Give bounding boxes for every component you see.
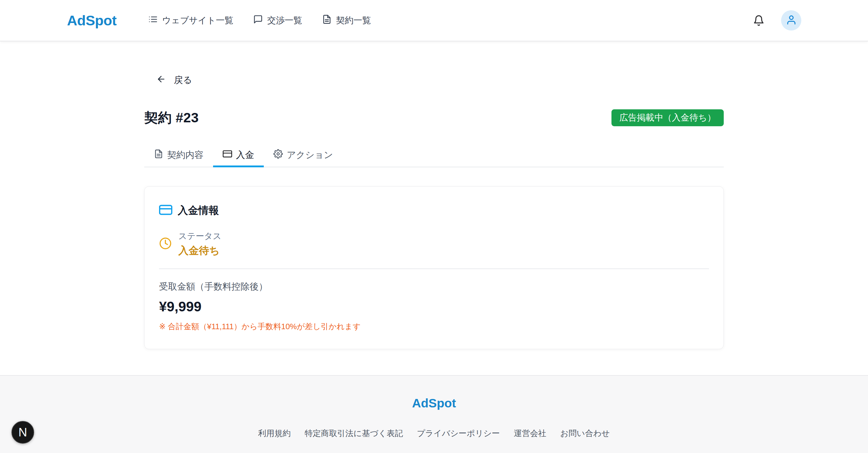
- tab-contract-details[interactable]: 契約内容: [144, 144, 213, 167]
- nextjs-dev-badge[interactable]: N: [11, 421, 34, 444]
- footer-links: 利用規約 特定商取引法に基づく表記 プライバシーポリシー 運営会社 お問い合わせ: [67, 428, 801, 439]
- clock-icon: [159, 237, 172, 251]
- nav-item-label: ウェブサイト一覧: [162, 14, 233, 27]
- user-icon: [786, 14, 797, 27]
- status-label: ステータス: [178, 231, 221, 242]
- tab-label: 契約内容: [167, 149, 204, 161]
- payment-info-card: 入金情報 ステータス 入金待ち 受取金額（手数料控除後） ¥9,999 ※ 合計…: [144, 186, 724, 349]
- payment-status-block: ステータス 入金待ち: [159, 231, 709, 258]
- card-header: 入金情報: [159, 203, 709, 218]
- card-title: 入金情報: [178, 204, 219, 217]
- header: AdSpot ウェブサイト一覧 交渉一覧 契約一覧: [0, 0, 868, 41]
- nav-item-label: 交渉一覧: [267, 14, 302, 27]
- tab-label: アクション: [287, 149, 333, 161]
- footer-link-privacy[interactable]: プライバシーポリシー: [417, 428, 500, 439]
- nav-item-websites[interactable]: ウェブサイト一覧: [148, 14, 233, 27]
- main-nav: ウェブサイト一覧 交渉一覧 契約一覧: [148, 14, 371, 27]
- arrow-left-icon: [156, 74, 166, 86]
- bell-icon[interactable]: [753, 15, 765, 26]
- header-actions: [753, 10, 801, 30]
- title-row: 契約 #23 広告掲載中（入金待ち）: [144, 109, 724, 127]
- nav-item-label: 契約一覧: [336, 14, 371, 27]
- main-content: 戻る 契約 #23 広告掲載中（入金待ち） 契約内容 入金 アクション 入金: [0, 41, 868, 375]
- status-value: 入金待ち: [178, 244, 221, 258]
- tab-bar: 契約内容 入金 アクション: [144, 144, 724, 167]
- amount-value: ¥9,999: [159, 298, 709, 315]
- tab-payment[interactable]: 入金: [213, 144, 264, 167]
- fee-note: ※ 合計金額（¥11,111）から手数料10%が差し引かれます: [159, 321, 709, 332]
- footer-link-company[interactable]: 運営会社: [514, 428, 546, 439]
- list-icon: [148, 14, 158, 26]
- status-badge: 広告掲載中（入金待ち）: [612, 109, 724, 126]
- nav-item-negotiations[interactable]: 交渉一覧: [253, 14, 302, 27]
- user-avatar[interactable]: [781, 10, 801, 30]
- nav-item-contracts[interactable]: 契約一覧: [322, 14, 371, 27]
- tab-label: 入金: [236, 149, 254, 161]
- amount-label: 受取金額（手数料控除後）: [159, 280, 709, 293]
- credit-card-icon: [159, 203, 172, 218]
- back-label: 戻る: [174, 74, 192, 86]
- back-button[interactable]: 戻る: [156, 74, 192, 86]
- document-icon: [154, 149, 163, 161]
- footer-link-terms[interactable]: 利用規約: [258, 428, 291, 439]
- card-divider: [159, 269, 709, 269]
- tab-actions[interactable]: アクション: [264, 144, 343, 167]
- footer: AdSpot 利用規約 特定商取引法に基づく表記 プライバシーポリシー 運営会社…: [0, 375, 868, 453]
- footer-logo[interactable]: AdSpot: [412, 396, 456, 411]
- footer-link-commercial-law[interactable]: 特定商取引法に基づく表記: [305, 428, 403, 439]
- app-logo[interactable]: AdSpot: [67, 12, 117, 29]
- footer-link-contact[interactable]: お問い合わせ: [560, 428, 610, 439]
- chat-icon: [253, 14, 263, 26]
- credit-card-icon: [223, 149, 232, 161]
- page-title: 契約 #23: [144, 109, 199, 127]
- gear-icon: [273, 149, 283, 161]
- document-icon: [322, 14, 332, 26]
